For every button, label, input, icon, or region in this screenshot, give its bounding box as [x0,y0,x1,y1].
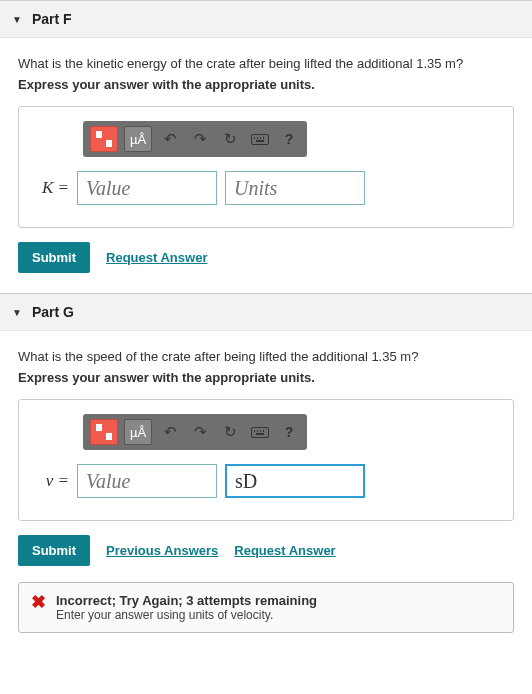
reset-icon[interactable]: ↻ [218,127,242,151]
value-input[interactable] [77,171,217,205]
part-f: ▼ Part F What is the kinetic energy of t… [0,0,532,293]
answer-card: µÅ ↶ ↷ ↻ ? K = [18,106,514,228]
question-text: What is the kinetic energy of the crate … [18,56,514,71]
collapse-icon[interactable]: ▼ [12,307,22,318]
incorrect-icon: ✖ [31,593,46,611]
keyboard-icon[interactable] [248,127,272,151]
feedback-box: ✖ Incorrect; Try Again; 3 attempts remai… [18,582,514,633]
undo-icon[interactable]: ↶ [158,127,182,151]
action-row: Submit Previous Answers Request Answer [18,535,514,566]
submit-button[interactable]: Submit [18,535,90,566]
request-answer-link[interactable]: Request Answer [234,543,335,558]
variable-label: K = [37,178,69,198]
previous-answers-link[interactable]: Previous Answers [106,543,218,558]
feedback-line2: Enter your answer using units of velocit… [56,608,317,622]
help-icon[interactable]: ? [278,128,300,150]
equation-toolbar: µÅ ↶ ↷ ↻ ? [83,121,307,157]
part-body: What is the speed of the crate after bei… [0,331,532,653]
submit-button[interactable]: Submit [18,242,90,273]
instruction-text: Express your answer with the appropriate… [18,370,514,385]
request-answer-link[interactable]: Request Answer [106,250,207,265]
equation-toolbar: µÅ ↶ ↷ ↻ ? [83,414,307,450]
templates-icon[interactable] [90,126,118,152]
collapse-icon[interactable]: ▼ [12,14,22,25]
question-text: What is the speed of the crate after bei… [18,349,514,364]
reset-icon[interactable]: ↻ [218,420,242,444]
part-header[interactable]: ▼ Part G [0,294,532,331]
redo-icon[interactable]: ↷ [188,420,212,444]
part-header[interactable]: ▼ Part F [0,1,532,38]
greek-button[interactable]: µÅ [124,126,152,152]
greek-button[interactable]: µÅ [124,419,152,445]
answer-row: K = [37,171,495,205]
undo-icon[interactable]: ↶ [158,420,182,444]
instruction-text: Express your answer with the appropriate… [18,77,514,92]
variable-label: v = [37,471,69,491]
part-g: ▼ Part G What is the speed of the crate … [0,293,532,653]
redo-icon[interactable]: ↷ [188,127,212,151]
part-body: What is the kinetic energy of the crate … [0,38,532,293]
answer-row: v = [37,464,495,498]
answer-card: µÅ ↶ ↷ ↻ ? v = [18,399,514,521]
templates-icon[interactable] [90,419,118,445]
action-row: Submit Request Answer [18,242,514,273]
help-icon[interactable]: ? [278,421,300,443]
part-title: Part F [32,11,72,27]
keyboard-icon[interactable] [248,420,272,444]
feedback-text: Incorrect; Try Again; 3 attempts remaini… [56,593,317,622]
units-input[interactable] [225,464,365,498]
value-input[interactable] [77,464,217,498]
feedback-line1: Incorrect; Try Again; 3 attempts remaini… [56,593,317,608]
units-input[interactable] [225,171,365,205]
part-title: Part G [32,304,74,320]
